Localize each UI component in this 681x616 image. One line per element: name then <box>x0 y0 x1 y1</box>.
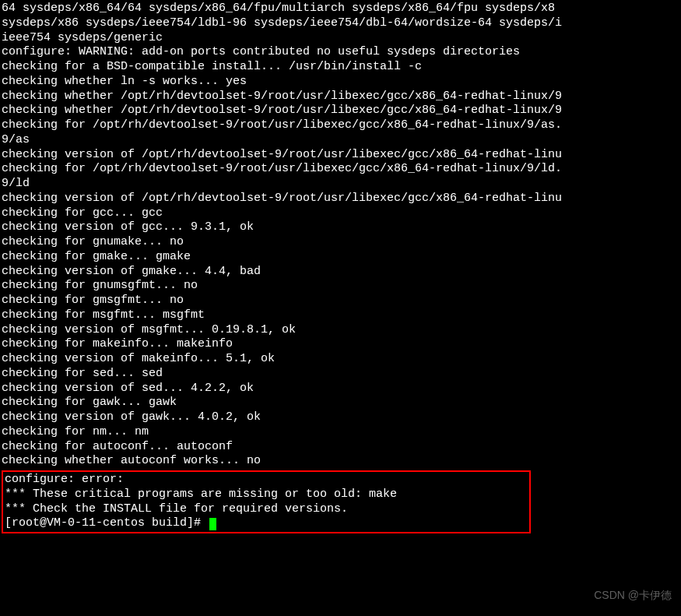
terminal-line: checking whether autoconf works... no <box>2 454 681 469</box>
terminal-line: checking for msgfmt... msgfmt <box>2 308 681 323</box>
error-line: configure: error: <box>5 473 528 488</box>
terminal-line: configure: WARNING: add-on ports contrib… <box>2 45 681 60</box>
terminal-line: checking version of /opt/rh/devtoolset-9… <box>2 148 681 163</box>
terminal-line: checking for sed... sed <box>2 367 681 382</box>
terminal-line: checking version of gmake... 4.4, bad <box>2 265 681 280</box>
terminal-line: checking for /opt/rh/devtoolset-9/root/u… <box>2 162 681 177</box>
terminal-line: 64 sysdeps/x86_64/64 sysdeps/x86_64/fpu/… <box>2 2 681 16</box>
terminal-line: checking version of /opt/rh/devtoolset-9… <box>2 192 681 206</box>
terminal-line: ieee754 sysdeps/generic <box>2 31 681 46</box>
terminal-line: checking version of gawk... 4.0.2, ok <box>2 410 681 425</box>
terminal-output: 64 sysdeps/x86_64/64 sysdeps/x86_64/fpu/… <box>2 2 681 469</box>
terminal-line: checking for gmsgfmt... no <box>2 294 681 308</box>
terminal-line: sysdeps/x86 sysdeps/ieee754/ldbl-96 sysd… <box>2 16 681 31</box>
terminal-line: checking version of sed... 4.2.2, ok <box>2 382 681 396</box>
terminal-line: checking version of gcc... 9.3.1, ok <box>2 220 681 235</box>
terminal-line: checking for gmake... gmake <box>2 250 681 265</box>
terminal-line: checking whether /opt/rh/devtoolset-9/ro… <box>2 104 681 118</box>
terminal-line: checking version of msgfmt... 0.19.8.1, … <box>2 323 681 338</box>
terminal-line: 9/ld <box>2 177 681 192</box>
terminal-line: checking for /opt/rh/devtoolset-9/root/u… <box>2 118 681 133</box>
shell-prompt: [root@VM-0-11-centos build]# <box>5 516 208 531</box>
terminal-line: checking for gawk... gawk <box>2 396 681 410</box>
terminal-line: checking for nm... nm <box>2 425 681 440</box>
terminal-line: checking for gnumsgfmt... no <box>2 279 681 294</box>
terminal-line: checking for autoconf... autoconf <box>2 440 681 455</box>
error-highlight-box: configure: error: *** These critical pro… <box>2 470 531 533</box>
terminal-line: checking whether /opt/rh/devtoolset-9/ro… <box>2 90 681 104</box>
terminal-line: checking version of makeinfo... 5.1, ok <box>2 352 681 367</box>
terminal-line: 9/as <box>2 133 681 148</box>
terminal-line: checking for a BSD-compatible install...… <box>2 60 681 75</box>
watermark-text: CSDN @卡伊德 <box>594 589 672 603</box>
error-line: *** Check the INSTALL file for required … <box>5 502 528 517</box>
shell-prompt-line[interactable]: [root@VM-0-11-centos build]# <box>5 516 528 531</box>
terminal-line: checking for makeinfo... makeinfo <box>2 337 681 352</box>
error-line: *** These critical programs are missing … <box>5 488 528 502</box>
terminal-line: checking for gnumake... no <box>2 235 681 250</box>
cursor-icon <box>209 518 216 530</box>
terminal-line: checking for gcc... gcc <box>2 206 681 221</box>
terminal-line: checking whether ln -s works... yes <box>2 75 681 90</box>
